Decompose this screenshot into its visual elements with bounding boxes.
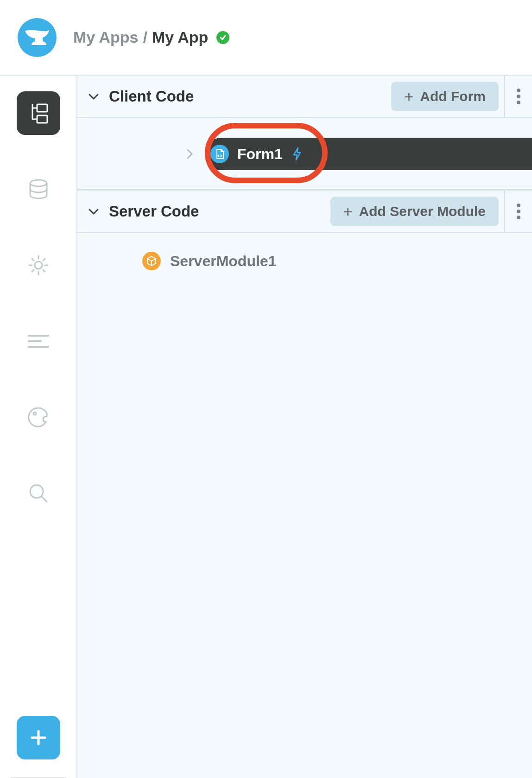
file-code-icon	[215, 148, 224, 159]
svg-point-12	[517, 89, 520, 92]
breadcrumb-current: My App	[152, 28, 209, 46]
client-item-form1[interactable]: Form1	[205, 138, 532, 170]
svg-point-8	[30, 485, 43, 498]
gear-icon	[26, 253, 51, 277]
startup-form-icon	[292, 147, 302, 161]
svg-line-9	[42, 497, 47, 502]
chevron-down-icon	[87, 204, 101, 218]
svg-rect-0	[37, 104, 47, 112]
breadcrumb-parent[interactable]: My Apps	[73, 28, 138, 46]
svg-point-13	[517, 95, 520, 98]
plus-icon	[28, 727, 49, 748]
module-icon	[142, 252, 161, 270]
nav-settings[interactable]	[17, 243, 60, 287]
topbar: My Apps / My App	[0, 0, 532, 76]
search-icon	[26, 481, 51, 505]
svg-rect-1	[37, 115, 47, 123]
chevron-right-icon[interactable]	[184, 147, 195, 161]
add-server-module-button[interactable]: + Add Server Module	[330, 197, 499, 226]
client-item-label: Form1	[237, 146, 283, 163]
form-file-icon	[210, 145, 229, 163]
section-server-header[interactable]: Server Code + Add Server Module	[77, 190, 532, 233]
palette-icon	[26, 405, 51, 429]
add-form-label: Add Form	[420, 89, 486, 104]
chevron-down-icon	[87, 89, 101, 103]
svg-point-2	[30, 180, 47, 186]
main-panel: Client Code + Add Form Form1	[77, 76, 532, 778]
nav-theme[interactable]	[17, 395, 60, 439]
kebab-icon	[517, 89, 520, 104]
status-ok-badge	[216, 31, 229, 44]
nav-search[interactable]	[17, 472, 60, 515]
client-items: Form1	[77, 118, 532, 190]
add-button[interactable]	[17, 716, 60, 759]
server-item-label: ServerModule1	[170, 253, 276, 270]
svg-point-15	[517, 204, 520, 207]
add-server-module-label: Add Server Module	[359, 204, 486, 219]
anvil-icon	[24, 29, 50, 46]
kebab-icon	[517, 204, 520, 219]
section-client-title: Client Code	[109, 88, 194, 105]
database-icon	[27, 178, 50, 201]
server-items: ServerModule1	[77, 233, 532, 270]
plus-icon: +	[404, 88, 413, 106]
breadcrumb-sep: /	[143, 28, 147, 46]
svg-point-16	[517, 210, 520, 213]
section-client-header[interactable]: Client Code + Add Form	[77, 76, 532, 118]
section-server-title: Server Code	[109, 203, 199, 220]
svg-point-14	[517, 101, 520, 104]
server-item-servermodule1[interactable]: ServerModule1	[142, 252, 532, 270]
nav-app-tree[interactable]	[17, 91, 60, 135]
anvil-logo[interactable]	[18, 18, 57, 57]
server-more-button[interactable]	[504, 191, 532, 232]
cube-icon	[146, 255, 157, 267]
check-icon	[219, 34, 227, 41]
add-form-button[interactable]: + Add Form	[391, 82, 499, 111]
app-root: { "breadcrumb": {"parent": "My Apps", "c…	[0, 0, 532, 778]
nav-data[interactable]	[17, 167, 60, 211]
plus-icon: +	[343, 203, 353, 221]
client-more-button[interactable]	[504, 76, 532, 117]
nav-logs[interactable]	[17, 319, 60, 363]
svg-point-7	[33, 412, 36, 415]
tree-icon	[27, 102, 50, 125]
breadcrumb: My Apps / My App	[73, 28, 208, 46]
svg-point-17	[517, 216, 520, 219]
workspace: Client Code + Add Form Form1	[0, 76, 532, 778]
lines-icon	[27, 334, 50, 349]
sidebar	[0, 76, 77, 778]
svg-point-3	[35, 261, 42, 269]
